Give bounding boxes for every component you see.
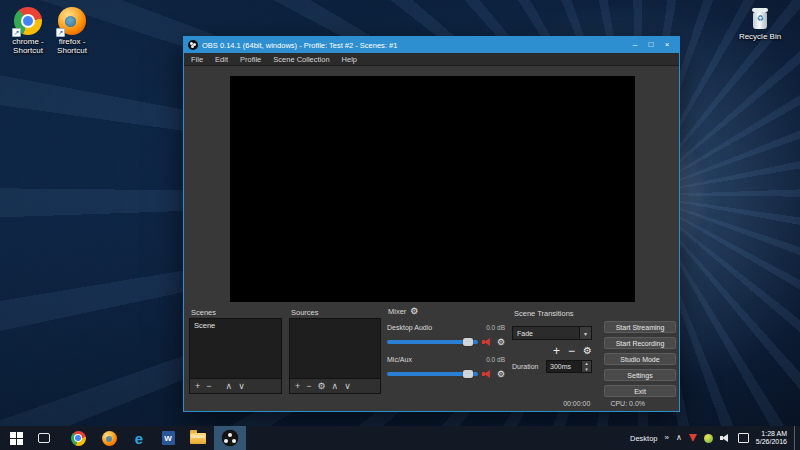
toolbar-overflow-icon[interactable]: » [665, 434, 669, 442]
taskbar-firefox[interactable] [95, 426, 123, 450]
menu-edit[interactable]: Edit [215, 55, 228, 64]
duration-value: 300ms [547, 363, 581, 370]
obs-app-icon [188, 40, 198, 50]
taskbar: e W Desktop » ∧ 1:28 AM 5/26/2016 [0, 426, 800, 450]
scene-move-up-button[interactable]: ∧ [226, 382, 233, 391]
mixer-channel-controls: ⚙ [387, 369, 505, 379]
mixer-channel-header: Desktop Audio 0.0 dB [387, 324, 505, 331]
spin-down-icon[interactable]: ▾ [582, 367, 591, 373]
exit-button[interactable]: Exit [604, 385, 676, 397]
sources-list[interactable] [289, 318, 381, 379]
obs-icon [222, 430, 238, 446]
volume-tray-icon[interactable] [720, 434, 731, 443]
mute-icon[interactable] [482, 370, 493, 379]
edge-icon: e [135, 431, 143, 446]
settings-button[interactable]: Settings [604, 369, 676, 381]
volume-slider-handle[interactable] [463, 370, 473, 378]
duration-label: Duration [512, 363, 538, 370]
cpu-usage: CPU: 0.0% [610, 400, 645, 407]
stream-timer: 00:00:00 [563, 400, 590, 407]
hidden-icons-chevron[interactable]: ∧ [676, 434, 682, 442]
desktop-toolbar[interactable]: Desktop [630, 434, 658, 443]
chrome-icon [71, 431, 86, 446]
title-bar[interactable]: OBS 0.14.1 (64bit, windows) - Profile: T… [184, 37, 679, 53]
start-recording-button[interactable]: Start Recording [604, 337, 676, 349]
minimize-button[interactable]: – [627, 39, 643, 51]
transition-properties-button[interactable]: ⚙ [583, 346, 592, 356]
window-title: OBS 0.14.1 (64bit, windows) - Profile: T… [202, 41, 627, 50]
mixer-dock-header: Mixer ⚙ [388, 306, 418, 316]
start-streaming-button[interactable]: Start Streaming [604, 321, 676, 333]
mute-icon[interactable] [482, 338, 493, 347]
scene-list-item[interactable]: Scene [190, 319, 281, 332]
scene-remove-button[interactable]: − [206, 382, 211, 391]
system-tray: Desktop » ∧ 1:28 AM 5/26/2016 [630, 426, 800, 450]
desktop: ↗ chrome - Shortcut ↗ firefox - Shortcut… [0, 0, 800, 450]
menu-file[interactable]: File [191, 55, 203, 64]
transition-add-button[interactable]: + [553, 345, 560, 357]
desktop-shortcut-firefox[interactable]: ↗ firefox - Shortcut [49, 7, 95, 55]
shortcut-arrow-icon: ↗ [12, 28, 21, 37]
channel-settings-icon[interactable]: ⚙ [497, 370, 505, 379]
preview-canvas[interactable] [230, 76, 635, 302]
shortcut-label: chrome - Shortcut [5, 37, 51, 55]
menu-scene-collection[interactable]: Scene Collection [273, 55, 329, 64]
volume-slider[interactable] [387, 372, 478, 376]
channel-level: 0.0 dB [486, 324, 505, 331]
mixer-settings-icon[interactable]: ⚙ [410, 306, 418, 316]
volume-slider[interactable] [387, 340, 478, 344]
show-desktop-button[interactable] [794, 426, 798, 450]
mixer-channel-controls: ⚙ [387, 337, 505, 347]
transition-selected-value: Fade [513, 330, 579, 337]
close-button[interactable]: × [659, 39, 675, 51]
tray-app-red-icon[interactable] [689, 434, 697, 442]
scenes-toolbar: + − ∧ ∨ [189, 379, 282, 394]
chevron-down-icon: ▾ [579, 327, 591, 339]
obs-window: OBS 0.14.1 (64bit, windows) - Profile: T… [183, 36, 680, 412]
recycle-bin-icon: ♻ [750, 6, 770, 30]
start-button[interactable] [2, 426, 30, 450]
menu-profile[interactable]: Profile [240, 55, 261, 64]
recycle-bin-label: Recycle Bin [737, 32, 783, 41]
channel-level: 0.0 dB [486, 356, 505, 363]
mixer-channel-header: Mic/Aux 0.0 dB [387, 356, 505, 363]
taskbar-clock[interactable]: 1:28 AM 5/26/2016 [756, 430, 787, 446]
window-content: Scenes Scene + − ∧ ∨ Sources + − ⚙ ∧ ∨ [184, 66, 679, 411]
action-center-icon[interactable] [738, 433, 749, 443]
status-bar: 00:00:00 CPU: 0.0% [184, 397, 679, 409]
source-move-up-button[interactable]: ∧ [332, 382, 339, 391]
tray-app-green-icon[interactable] [704, 434, 713, 443]
taskbar-obs-active[interactable] [214, 426, 246, 450]
maximize-button[interactable]: □ [643, 39, 659, 51]
windows-logo-icon [10, 432, 23, 445]
source-add-button[interactable]: + [295, 382, 300, 391]
transition-remove-button[interactable]: − [568, 345, 575, 357]
mixer-dock-label: Mixer [388, 307, 406, 316]
taskbar-word[interactable]: W [154, 426, 182, 450]
source-move-down-button[interactable]: ∨ [344, 382, 351, 391]
scene-move-down-button[interactable]: ∨ [238, 382, 245, 391]
taskbar-edge[interactable]: e [125, 426, 153, 450]
taskbar-chrome[interactable] [64, 426, 92, 450]
volume-slider-handle[interactable] [463, 338, 473, 346]
channel-name: Desktop Audio [387, 324, 432, 331]
duration-input[interactable]: 300ms ▴ ▾ [546, 360, 592, 373]
source-properties-button[interactable]: ⚙ [318, 382, 326, 391]
studio-mode-button[interactable]: Studio Mode [604, 353, 676, 365]
channel-settings-icon[interactable]: ⚙ [497, 338, 505, 347]
firefox-icon [102, 431, 117, 446]
taskbar-file-explorer[interactable] [184, 426, 212, 450]
file-explorer-icon [190, 433, 206, 444]
transition-select[interactable]: Fade ▾ [512, 326, 592, 340]
desktop-icon-recycle-bin[interactable]: ♻ Recycle Bin [737, 6, 783, 41]
shortcut-label: firefox - Shortcut [49, 37, 95, 55]
shortcut-arrow-icon: ↗ [56, 28, 65, 37]
transitions-dock-label: Scene Transitions [514, 309, 574, 318]
task-view-button[interactable] [30, 426, 58, 450]
desktop-shortcut-chrome[interactable]: ↗ chrome - Shortcut [5, 7, 51, 55]
menu-bar: File Edit Profile Scene Collection Help [184, 53, 679, 66]
menu-help[interactable]: Help [342, 55, 357, 64]
scenes-list[interactable]: Scene [189, 318, 282, 379]
source-remove-button[interactable]: − [306, 382, 311, 391]
scene-add-button[interactable]: + [195, 382, 200, 391]
